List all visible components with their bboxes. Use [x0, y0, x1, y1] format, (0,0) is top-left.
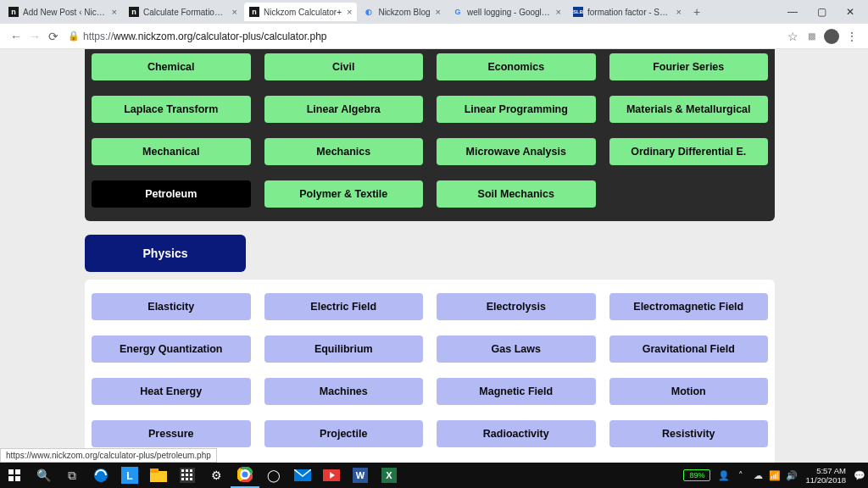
address-bar[interactable]: https://www.nickzom.org/calculator-plus/… [83, 30, 783, 42]
category-polymer-textile[interactable]: Polymer & Textile [264, 180, 424, 208]
browser-tab-5[interactable]: SLB formation factor - Schl… × [568, 3, 687, 21]
svg-rect-17 [186, 478, 188, 480]
engineering-panel: ChemicalCivilEconomicsFourier SeriesLapl… [85, 49, 775, 221]
category-petroleum[interactable]: Petroleum [92, 180, 251, 208]
tab-label: formation factor - Schl… [587, 8, 671, 17]
svg-rect-13 [181, 474, 184, 476]
category-linear-algebra[interactable]: Linear Algebra [264, 96, 424, 123]
lock-icon: 🔒 [68, 30, 80, 42]
svg-rect-1 [15, 469, 20, 474]
taskbar-app-video[interactable] [317, 463, 346, 488]
taskbar-app-settings[interactable]: ⚙ [202, 463, 231, 488]
profile-avatar[interactable] [824, 29, 839, 44]
window-minimize-button[interactable]: — [778, 6, 807, 18]
topic-electric-field[interactable]: Electric Field [264, 293, 424, 320]
topic-projectile[interactable]: Projectile [264, 420, 424, 447]
taskbar-app-mail[interactable] [288, 463, 317, 488]
taskbar-app-chrome[interactable] [231, 463, 259, 488]
back-button[interactable]: ← [7, 30, 25, 43]
category-materials-metallurgical[interactable]: Materials & Metallurgical [609, 96, 769, 123]
tray-onedrive-icon[interactable]: ☁ [749, 470, 766, 481]
category-mechanical[interactable]: Mechanical [92, 138, 251, 165]
taskbar-app-excel[interactable]: X [375, 463, 403, 488]
extension-icon[interactable]: ▩ [802, 31, 821, 41]
category-economics[interactable]: Economics [437, 53, 596, 80]
browser-tab-4[interactable]: G well logging - Google S × [448, 3, 566, 21]
topic-pressure[interactable]: Pressure [92, 420, 251, 447]
tray-chevron-up-icon[interactable]: ˄ [732, 470, 749, 481]
close-icon[interactable]: × [347, 7, 352, 17]
taskbar-app-calculator[interactable] [173, 463, 202, 488]
favicon: SLB [573, 7, 583, 17]
tray-people-icon[interactable]: 👤 [715, 470, 732, 481]
svg-rect-18 [190, 478, 192, 480]
search-icon[interactable]: 🔍 [29, 463, 58, 488]
topic-motion[interactable]: Motion [609, 378, 769, 405]
taskbar-app-l[interactable]: L [115, 463, 144, 488]
category-microwave-analysis[interactable]: Microwave Analysis [437, 138, 596, 165]
favicon: G [453, 7, 463, 17]
taskbar-app-cortana[interactable]: ◯ [259, 463, 288, 488]
category-laplace-transform[interactable]: Laplace Transform [92, 96, 251, 123]
category-ordinary-differential-e-[interactable]: Ordinary Differential E. [609, 138, 769, 165]
topic-equilibrium[interactable]: Equilibrium [264, 336, 424, 363]
battery-indicator[interactable]: 89% [683, 469, 710, 481]
tab-label: Nickzom Blog [378, 8, 430, 17]
topic-electrolysis[interactable]: Electrolysis [437, 293, 596, 320]
tray-wifi-icon[interactable]: 📶 [766, 470, 783, 481]
browser-tabstrip: n Add New Post ‹ Nickzo… × n Calculate F… [0, 0, 868, 24]
tray-volume-icon[interactable]: 🔊 [783, 470, 800, 481]
close-icon[interactable]: × [676, 7, 682, 17]
topic-heat-energy[interactable]: Heat Energy [92, 378, 251, 405]
category-fourier-series[interactable]: Fourier Series [609, 53, 769, 80]
topic-gas-laws[interactable]: Gas Laws [437, 336, 596, 363]
close-icon[interactable]: × [436, 7, 441, 17]
topic-energy-quantization[interactable]: Energy Quantization [92, 336, 251, 363]
topic-elasticity[interactable]: Elasticity [92, 293, 251, 320]
task-view-icon[interactable]: ⧉ [58, 463, 86, 488]
topic-gravitational-field[interactable]: Gravitational Field [609, 336, 769, 363]
category-mechanics[interactable]: Mechanics [264, 138, 424, 165]
topic-electromagnetic-field[interactable]: Electromagnetic Field [609, 293, 769, 320]
svg-rect-12 [190, 469, 192, 472]
svg-rect-11 [186, 469, 188, 472]
taskbar-app-word[interactable]: W [346, 463, 375, 488]
topic-radioactivity[interactable]: Radioactivity [437, 420, 596, 447]
start-button[interactable] [0, 463, 29, 488]
favicon: n [129, 7, 139, 17]
svg-text:X: X [386, 470, 392, 480]
category-soil-mechanics[interactable]: Soil Mechanics [437, 180, 596, 208]
menu-icon[interactable]: ⋮ [843, 30, 861, 43]
topic-magnetic-field[interactable]: Magnetic Field [437, 378, 596, 405]
category-linear-programming[interactable]: Linear Programming [437, 96, 596, 123]
browser-toolbar: ← → ⟳ 🔒 https://www.nickzom.org/calculat… [0, 24, 868, 49]
taskbar-clock[interactable]: 5:57 AM 11/20/2018 [800, 466, 851, 485]
category-chemical[interactable]: Chemical [92, 53, 251, 80]
topic-machines[interactable]: Machines [264, 378, 424, 405]
svg-rect-14 [186, 474, 188, 476]
section-header-physics[interactable]: Physics [85, 235, 246, 272]
new-tab-button[interactable]: + [688, 5, 705, 19]
browser-tab-2[interactable]: n Nickzom Calculator+ × [244, 3, 357, 21]
svg-rect-3 [15, 476, 20, 481]
window-close-button[interactable]: ✕ [836, 6, 865, 18]
close-icon[interactable]: × [232, 7, 237, 17]
star-icon[interactable]: ☆ [783, 30, 802, 43]
taskbar-app-explorer[interactable] [144, 463, 173, 488]
windows-taskbar: 🔍 ⧉ L ⚙ ◯ W X 89% 👤 ˄ ☁ 📶 🔊 5:57 AM 11/2… [0, 463, 868, 488]
browser-tab-1[interactable]: n Calculate Formation Fa… × [124, 3, 242, 21]
reload-button[interactable]: ⟳ [44, 30, 63, 43]
topic-resistivity[interactable]: Resistivity [609, 420, 769, 447]
category-civil[interactable]: Civil [264, 53, 424, 80]
close-icon[interactable]: × [112, 7, 117, 17]
taskbar-app-edge[interactable] [86, 463, 115, 488]
close-icon[interactable]: × [556, 7, 561, 17]
window-maximize-button[interactable]: ▢ [807, 6, 836, 18]
browser-tab-0[interactable]: n Add New Post ‹ Nickzo… × [3, 3, 122, 21]
tab-label: well logging - Google S [467, 8, 551, 17]
forward-button[interactable]: → [25, 30, 44, 43]
svg-rect-0 [8, 469, 14, 474]
tray-notifications-icon[interactable]: 💬 [851, 470, 868, 481]
browser-tab-3[interactable]: ◐ Nickzom Blog × [359, 3, 446, 21]
tab-label: Add New Post ‹ Nickzo… [23, 8, 107, 17]
